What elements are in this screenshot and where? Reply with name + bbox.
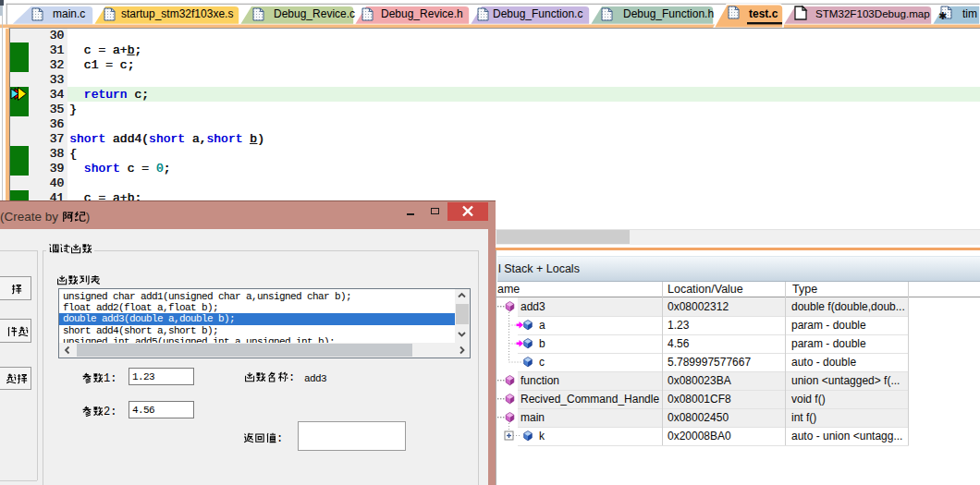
svg-text:✱: ✱ <box>938 10 947 21</box>
svg-text:Debug_Revice.h: Debug_Revice.h <box>381 7 463 20</box>
svg-text:Debug_Revice.c: Debug_Revice.c <box>274 7 355 20</box>
svg-text:tim: tim <box>962 7 977 20</box>
svg-text:test.c: test.c <box>749 7 778 20</box>
svg-text:Debug_Function.c: Debug_Function.c <box>493 7 582 20</box>
svg-text:Debug_Function.h: Debug_Function.h <box>623 7 714 20</box>
svg-text:STM32F103Debug.map: STM32F103Debug.map <box>815 7 930 19</box>
svg-text:startup_stm32f103xe.s: startup_stm32f103xe.s <box>121 7 233 20</box>
svg-text:main.c: main.c <box>53 7 85 20</box>
